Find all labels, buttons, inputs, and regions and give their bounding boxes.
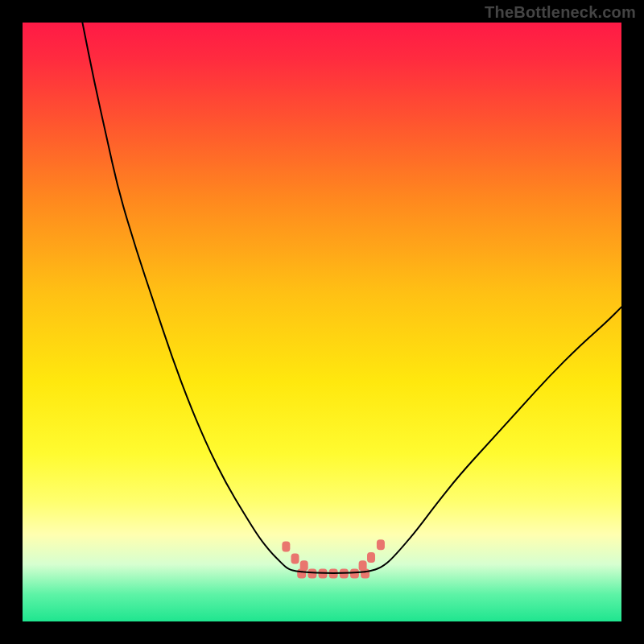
floor-marker [308, 568, 316, 578]
plot-area [23, 23, 621, 621]
left-marker [291, 553, 299, 564]
left-marker [282, 542, 290, 552]
chart-svg [23, 23, 621, 621]
left-marker [300, 560, 308, 571]
floor-marker [350, 568, 359, 578]
chart-frame: TheBottleneck.com [0, 0, 644, 644]
right-marker [377, 539, 385, 550]
right-marker [359, 560, 367, 571]
gradient-background [23, 23, 621, 621]
watermark-text: TheBottleneck.com [485, 3, 636, 22]
right-marker [367, 552, 375, 563]
